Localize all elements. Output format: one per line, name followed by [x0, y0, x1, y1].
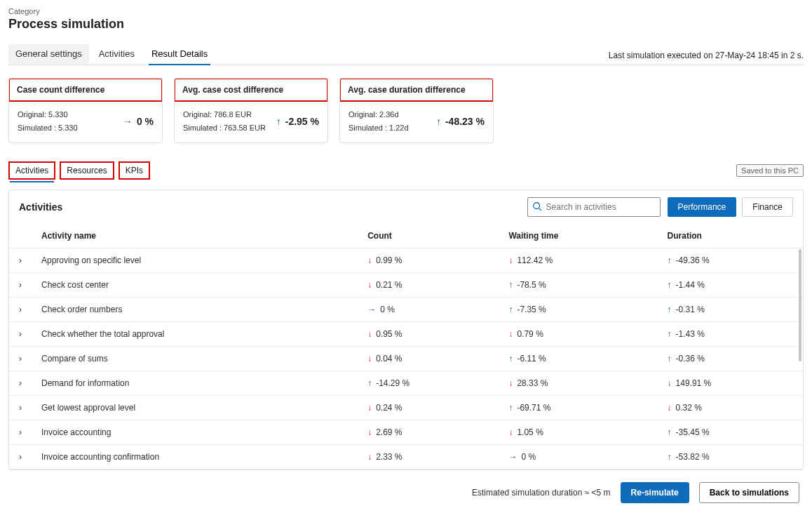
col-duration[interactable]: Duration — [658, 224, 803, 248]
expand-row-button[interactable]: › — [9, 347, 32, 371]
expand-row-button[interactable]: › — [9, 298, 32, 322]
col-count[interactable]: Count — [358, 224, 499, 248]
table-row: ›Approving on specific level↓0.99 %↓112.… — [9, 248, 803, 273]
arrow-up-icon: ↑ — [367, 378, 372, 388]
activity-name-cell: Invoice accounting — [32, 420, 358, 445]
waiting-cell: ↑-69.71 % — [499, 396, 657, 420]
table-row: ›Invoice accounting↓2.69 %↓1.05 %↑-35.45… — [9, 420, 803, 445]
arrow-up-icon: ↑ — [668, 305, 672, 314]
panel-title: Activities — [19, 201, 62, 213]
kpi-card-title: Avg. case duration difference — [339, 78, 494, 102]
waiting-cell: ↓112.42 % — [499, 248, 657, 273]
activity-name-cell: Approving on specific level — [32, 248, 358, 273]
count-cell: ↓0.99 % — [358, 248, 499, 273]
chevron-right-icon: › — [19, 452, 22, 462]
tab-activities[interactable]: Activities — [92, 44, 142, 65]
arrow-down-icon: ↓ — [367, 255, 372, 265]
duration-cell: ↑-35.45 % — [658, 420, 803, 445]
expand-row-button[interactable]: › — [9, 420, 32, 445]
chevron-right-icon: › — [19, 378, 22, 388]
kpi-original: Original: 5.330 — [18, 108, 78, 121]
expand-row-button[interactable]: › — [9, 371, 32, 396]
count-cell: ↓0.24 % — [358, 396, 499, 420]
last-simulation-info: Last simulation executed on 27-May-24 18… — [609, 51, 804, 65]
view-finance-button[interactable]: Finance — [742, 197, 793, 217]
saved-chip: Saved to this PC — [736, 164, 804, 177]
arrow-up-icon: ↑ — [508, 354, 513, 364]
kpi-card-title: Case count difference — [8, 78, 163, 102]
waiting-cell: ↓28.33 % — [499, 371, 657, 396]
waiting-cell: ↑-78.5 % — [499, 273, 657, 298]
count-cell: ↓0.95 % — [358, 322, 499, 347]
kpi-simulated: Simulated : 5.330 — [18, 121, 78, 135]
table-row: ›Demand for information↑-14.29 %↓28.33 %… — [9, 371, 803, 396]
col-activity-name[interactable]: Activity name — [32, 224, 358, 248]
kpi-simulated: Simulated : 763.58 EUR — [183, 121, 266, 135]
kpi-simulated: Simulated : 1.22d — [349, 121, 409, 135]
expand-row-button[interactable]: › — [9, 445, 32, 469]
subtab-resources[interactable]: Resources — [60, 161, 114, 180]
arrow-up-icon: ↑ — [508, 403, 513, 413]
resimulate-button[interactable]: Re-simulate — [621, 482, 689, 503]
arrow-down-icon: ↓ — [367, 329, 372, 339]
search-box[interactable] — [527, 197, 661, 217]
waiting-cell: ↓1.05 % — [499, 420, 657, 445]
waiting-cell: ↑-7.35 % — [499, 298, 657, 322]
kpi-card: Avg. case cost differenceOriginal: 786.8… — [174, 78, 328, 143]
table-row: ›Check order numbers→0 %↑-7.35 %↑-0.31 % — [9, 298, 803, 322]
arrow-up-icon: ↑ — [668, 354, 672, 364]
count-cell: ↓0.04 % — [358, 347, 499, 371]
scrollbar-thumb[interactable] — [799, 249, 801, 361]
duration-cell: ↑-49.36 % — [658, 248, 803, 273]
activity-name-cell: Check order numbers — [32, 298, 358, 322]
search-input[interactable] — [546, 202, 656, 212]
activity-name-cell: Demand for information — [32, 371, 358, 396]
expand-row-button[interactable]: › — [9, 322, 32, 347]
waiting-cell: ↓0.79 % — [499, 322, 657, 347]
page-title: Process simulation — [8, 17, 804, 32]
arrow-right-icon: → — [123, 116, 133, 127]
arrow-right-icon: → — [367, 305, 376, 314]
arrow-up-icon: ↑ — [508, 305, 513, 314]
table-row: ›Check cost center↓0.21 %↑-78.5 %↑-1.44 … — [9, 273, 803, 298]
kpi-original: Original: 786.8 EUR — [183, 108, 266, 121]
arrow-down-icon: ↓ — [367, 403, 372, 413]
arrow-up-icon: ↑ — [508, 280, 513, 290]
activity-name-cell: Get lowest approval level — [32, 396, 358, 420]
arrow-down-icon: ↓ — [367, 427, 372, 437]
activity-name-cell: Check cost center — [32, 273, 358, 298]
chevron-right-icon: › — [19, 427, 22, 437]
kpi-original: Original: 2.36d — [349, 108, 409, 121]
tab-general-settings[interactable]: General settings — [8, 44, 89, 65]
arrow-up-icon: ↑ — [668, 255, 672, 265]
arrow-up-icon: ↑ — [668, 452, 672, 462]
view-performance-button[interactable]: Performance — [668, 197, 737, 217]
search-icon — [532, 201, 542, 213]
count-cell: ↓2.69 % — [358, 420, 499, 445]
arrow-right-icon: → — [508, 452, 517, 462]
kpi-value: 0 % — [137, 116, 154, 127]
chevron-right-icon: › — [19, 255, 22, 265]
waiting-cell: →0 % — [499, 445, 657, 469]
top-tabs: General settings Activities Result Detai… — [8, 44, 215, 65]
col-waiting-time[interactable]: Waiting time — [499, 224, 657, 248]
arrow-up-icon: ↑ — [276, 116, 281, 127]
tab-result-details[interactable]: Result Details — [144, 44, 215, 65]
expand-row-button[interactable]: › — [9, 248, 32, 273]
waiting-cell: ↑-6.11 % — [499, 347, 657, 371]
table-row: ›Get lowest approval level↓0.24 %↑-69.71… — [9, 396, 803, 420]
duration-cell: ↑-1.43 % — [658, 322, 803, 347]
count-cell: ↓2.33 % — [358, 445, 499, 469]
arrow-down-icon: ↓ — [367, 354, 372, 364]
duration-cell: ↑-1.44 % — [658, 273, 803, 298]
kpi-card: Avg. case duration differenceOriginal: 2… — [339, 78, 494, 143]
duration-cell: ↑-0.36 % — [658, 347, 803, 371]
count-cell: ↑-14.29 % — [358, 371, 499, 396]
expand-row-button[interactable]: › — [9, 396, 32, 420]
table-row: ›Check whether the total approval↓0.95 %… — [9, 322, 803, 347]
subtab-activities[interactable]: Activities — [8, 161, 55, 180]
activity-name-cell: Compare of sums — [32, 347, 358, 371]
expand-row-button[interactable]: › — [9, 273, 32, 298]
back-to-simulations-button[interactable]: Back to simulations — [699, 482, 799, 503]
subtab-kpis[interactable]: KPIs — [119, 161, 150, 180]
